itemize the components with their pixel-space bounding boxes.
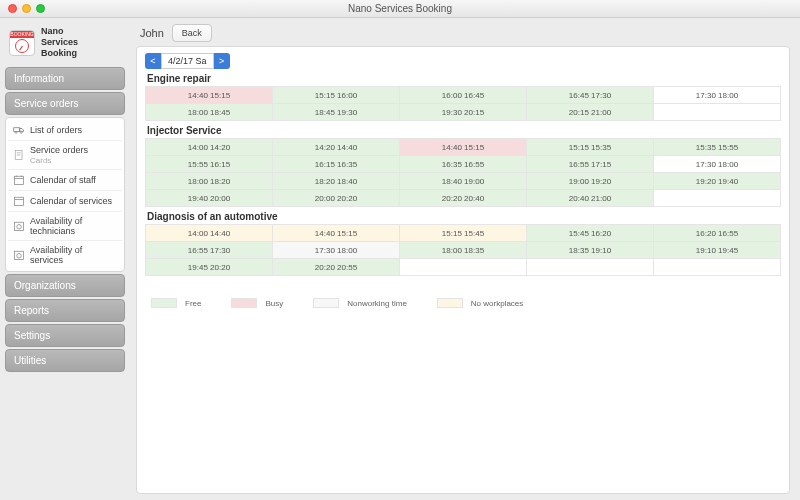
time-slot[interactable]: 16:45 17:30 xyxy=(527,87,654,104)
topbar: John Back xyxy=(136,24,790,46)
time-slot[interactable]: 18:20 18:40 xyxy=(273,173,400,190)
legend-item: Nonworking time xyxy=(313,298,407,308)
time-slot[interactable]: 18:40 19:00 xyxy=(400,173,527,190)
time-slot[interactable]: 18:35 19:10 xyxy=(527,242,654,259)
sidebar-item-label: List of orders xyxy=(30,125,82,135)
time-slot[interactable]: 15:15 15:45 xyxy=(400,225,527,242)
time-slot xyxy=(654,259,781,276)
time-slot xyxy=(654,104,781,121)
time-slot[interactable]: 19:45 20:20 xyxy=(146,259,273,276)
time-slot[interactable]: 16:15 16:35 xyxy=(273,156,400,173)
time-slot[interactable]: 16:55 17:30 xyxy=(146,242,273,259)
time-slot[interactable]: 20:00 20:20 xyxy=(273,190,400,207)
time-slot[interactable]: 16:55 17:15 xyxy=(527,156,654,173)
app-brand: BOOKING Nano Services Booking xyxy=(5,24,125,65)
time-slot[interactable]: 14:20 14:40 xyxy=(273,139,400,156)
close-icon[interactable] xyxy=(8,4,17,13)
svg-rect-0 xyxy=(14,128,20,132)
sidebar-subpanel: List of orders Service orders Cards Cale… xyxy=(5,117,125,272)
sidebar-item-service-orders-cards[interactable]: Service orders Cards xyxy=(8,141,122,170)
sidebar-section-settings[interactable]: Settings xyxy=(5,324,125,347)
sidebar-item-label: Service orders xyxy=(30,145,88,155)
sidebar-item-subtitle: Cards xyxy=(30,156,88,165)
time-slot[interactable]: 19:30 20:15 xyxy=(400,104,527,121)
sidebar-item-availability-technicians[interactable]: Availability of technicians xyxy=(8,212,122,241)
sidebar-item-calendar-services[interactable]: Calendar of services xyxy=(8,191,122,212)
service-group-title: Diagnosis of an automotive xyxy=(147,211,781,222)
sidebar-section-organizations[interactable]: Organizations xyxy=(5,274,125,297)
legend-label: Free xyxy=(185,299,201,308)
time-slot xyxy=(527,259,654,276)
legend-swatch xyxy=(151,298,177,308)
back-button[interactable]: Back xyxy=(172,24,212,42)
sidebar-item-label: Availability of services xyxy=(30,245,117,265)
app-title: Nano Services Booking xyxy=(41,26,78,59)
time-slot[interactable]: 19:20 19:40 xyxy=(654,173,781,190)
time-slot[interactable]: 18:00 18:20 xyxy=(146,173,273,190)
time-slot[interactable]: 15:45 16:20 xyxy=(527,225,654,242)
legend-item: No workplaces xyxy=(437,298,523,308)
window-titlebar: Nano Services Booking xyxy=(0,0,800,18)
time-slot[interactable]: 17:30 18:00 xyxy=(273,242,400,259)
svg-point-15 xyxy=(17,254,22,259)
next-day-button[interactable]: > xyxy=(214,53,230,69)
time-slot[interactable]: 16:20 16:55 xyxy=(654,225,781,242)
legend-item: Busy xyxy=(231,298,283,308)
calendar-icon xyxy=(13,195,25,207)
time-slot[interactable]: 14:40 15:15 xyxy=(146,87,273,104)
time-slot[interactable]: 20:20 20:55 xyxy=(273,259,400,276)
time-slot[interactable]: 19:00 19:20 xyxy=(527,173,654,190)
zoom-icon[interactable] xyxy=(36,4,45,13)
time-slot[interactable]: 17:30 18:00 xyxy=(654,87,781,104)
time-slot[interactable]: 18:00 18:35 xyxy=(400,242,527,259)
svg-point-13 xyxy=(17,225,22,230)
svg-point-1 xyxy=(15,131,17,133)
time-slot[interactable]: 14:40 15:15 xyxy=(400,139,527,156)
time-slot[interactable]: 16:35 16:55 xyxy=(400,156,527,173)
time-slot[interactable]: 14:40 15:15 xyxy=(273,225,400,242)
time-slot[interactable]: 16:00 16:45 xyxy=(400,87,527,104)
sidebar-item-label: Calendar of services xyxy=(30,196,112,206)
time-slot[interactable]: 19:10 19:45 xyxy=(654,242,781,259)
time-slot[interactable]: 14:00 14:20 xyxy=(146,139,273,156)
time-slot[interactable]: 15:15 16:00 xyxy=(273,87,400,104)
legend-swatch xyxy=(437,298,463,308)
time-slot[interactable]: 20:40 21:00 xyxy=(527,190,654,207)
date-value[interactable]: 4/2/17 Sa xyxy=(161,53,214,69)
time-slot[interactable]: 15:55 16:15 xyxy=(146,156,273,173)
sidebar-item-availability-services[interactable]: Availability of services xyxy=(8,241,122,269)
date-navigator: < 4/2/17 Sa > xyxy=(145,53,781,69)
truck-icon xyxy=(13,124,25,136)
sidebar-section-reports[interactable]: Reports xyxy=(5,299,125,322)
time-slot[interactable]: 17:30 18:00 xyxy=(654,156,781,173)
staff-name: John xyxy=(140,27,164,39)
service-group-title: Injector Service xyxy=(147,125,781,136)
document-icon xyxy=(13,149,25,161)
availability-icon xyxy=(13,249,25,261)
time-slot[interactable]: 19:40 20:00 xyxy=(146,190,273,207)
legend: FreeBusyNonworking timeNo workplaces xyxy=(145,294,781,312)
legend-item: Free xyxy=(151,298,201,308)
sidebar-section-service-orders[interactable]: Service orders xyxy=(5,92,125,115)
sidebar-item-label: Calendar of staff xyxy=(30,175,96,185)
time-slot[interactable]: 20:15 21:00 xyxy=(527,104,654,121)
window-title: Nano Services Booking xyxy=(8,3,792,14)
time-slot[interactable]: 15:35 15:55 xyxy=(654,139,781,156)
time-slot xyxy=(400,259,527,276)
time-slot[interactable]: 18:00 18:45 xyxy=(146,104,273,121)
sidebar-section-utilities[interactable]: Utilities xyxy=(5,349,125,372)
legend-swatch xyxy=(231,298,257,308)
schedule-grid: 14:40 15:1515:15 16:0016:00 16:4516:45 1… xyxy=(145,86,781,121)
calendar-icon xyxy=(13,174,25,186)
time-slot[interactable]: 15:15 15:35 xyxy=(527,139,654,156)
minimize-icon[interactable] xyxy=(22,4,31,13)
sidebar-item-list-of-orders[interactable]: List of orders xyxy=(8,120,122,141)
svg-point-2 xyxy=(20,131,22,133)
sidebar-section-information[interactable]: Information xyxy=(5,67,125,90)
time-slot[interactable]: 18:45 19:30 xyxy=(273,104,400,121)
svg-rect-10 xyxy=(15,197,24,205)
prev-day-button[interactable]: < xyxy=(145,53,161,69)
time-slot[interactable]: 20:20 20:40 xyxy=(400,190,527,207)
sidebar-item-calendar-staff[interactable]: Calendar of staff xyxy=(8,170,122,191)
time-slot[interactable]: 14:00 14:40 xyxy=(146,225,273,242)
